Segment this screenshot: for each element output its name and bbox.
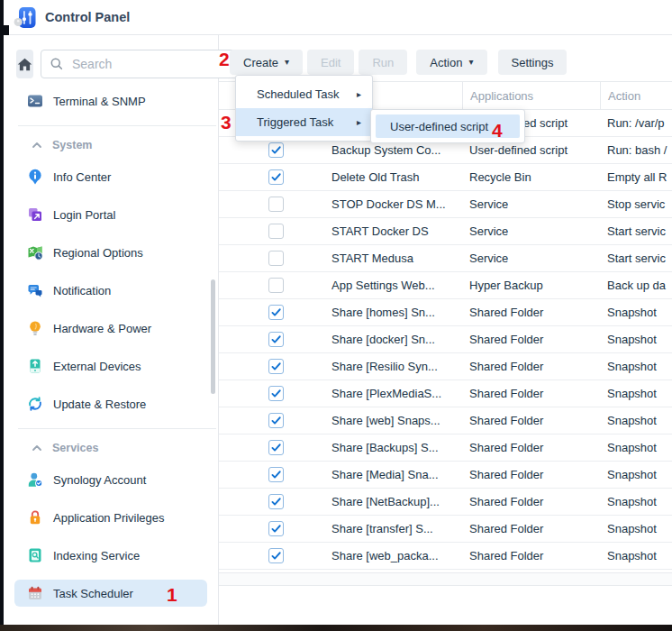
table-row[interactable]: START Docker DSServiceStart servic [219,218,672,245]
action-cell: Snapshot [600,495,672,508]
sidebar-item-hardware-power[interactable]: Hardware & Power [14,315,207,342]
application-cell: Shared Folder [462,414,600,427]
row-checkbox[interactable] [268,494,284,509]
row-checkbox[interactable] [268,440,284,455]
sidebar-section-label: Services [52,442,98,454]
row-checkbox[interactable] [268,359,284,374]
task-name-cell: Share [transfer] S... [331,522,462,535]
menu-item-scheduled-task[interactable]: Scheduled Task▸ [236,80,372,108]
home-button[interactable] [16,50,33,78]
task-name-cell: Share [Media] Sna... [331,468,462,481]
sidebar-item-login-portal[interactable]: Login Portal [14,201,207,228]
row-checkbox[interactable] [268,278,284,293]
caret-down-icon: ▾ [468,58,473,67]
application-cell: Shared Folder [462,333,600,346]
table-row[interactable]: Share [Resilio Syn...Shared FolderSnapsh… [219,353,672,380]
action-cell: Snapshot [600,441,672,454]
home-icon [16,56,33,73]
control-panel-icon [13,5,37,30]
task-scheduler-icon [27,585,43,601]
table-row[interactable]: Share [transfer] S...Shared FolderSnapsh… [219,516,672,543]
application-cell: Shared Folder [462,306,600,319]
row-checkbox[interactable] [268,142,284,158]
sidebar-item-info-center[interactable]: Info Center [14,163,207,190]
sidebar-scrollbar[interactable] [211,279,215,394]
main-panel: Create▾EditRunAction▾Settings Applicatio… [219,35,672,626]
notification-icon [27,282,43,298]
login-portal-icon [27,206,43,223]
table-row[interactable]: Share [Backups] S...Shared FolderSnapsho… [219,434,672,462]
row-checkbox[interactable] [268,224,284,239]
sidebar-item-update-restore[interactable]: Update & Restore [14,390,207,417]
table-row[interactable]: Share [NetBackup]...Shared FolderSnapsho… [219,489,672,516]
action-cell: Snapshot [600,414,672,427]
row-checkbox[interactable] [268,251,284,266]
checkbox-cell [219,440,331,455]
task-table: Applications Action User-defined scriptR… [219,81,672,570]
row-checkbox[interactable] [268,467,284,482]
sidebar-section-services[interactable]: Services [14,442,207,454]
table-row[interactable]: App Settings Web...Hyper BackupBack up d… [219,272,672,299]
table-row[interactable]: START MedusaServiceStart servic [219,245,672,272]
table-row[interactable]: Share [web_packa...Shared FolderSnapshot [219,543,672,570]
checkbox-cell [219,251,331,266]
button-label: Run [372,56,394,69]
sidebar-item-regional-options[interactable]: Regional Options [14,239,207,266]
sidebar-item-application-privileges[interactable]: Application Privileges [14,504,207,531]
row-checkbox[interactable] [268,521,284,536]
action-cell: Back up da [600,279,672,292]
task-name-cell: STOP Docker DS M... [331,197,462,211]
table-row[interactable]: Share [PlexMediaS...Shared FolderSnapsho… [219,380,672,407]
menu-item-label: User-defined script [390,120,488,133]
sidebar-item-label: Update & Restore [53,398,146,411]
button-label: Action [430,56,462,69]
task-name-cell: Delete Old Trash [331,170,462,184]
sidebar-item-external-devices[interactable]: External Devices [14,352,207,380]
sidebar-item-notification[interactable]: Notification [14,277,207,304]
table-row[interactable]: Share [web] Snaps...Shared FolderSnapsho… [219,407,672,434]
application-privileges-icon [27,509,43,526]
hardware-power-icon [27,320,43,336]
submenu-arrow-icon: ▸ [357,117,361,127]
sidebar-item-task-scheduler[interactable]: Task Scheduler [14,580,207,607]
external-devices-icon [27,358,43,374]
table-body: User-defined scriptRun: /var/pBackup Sys… [219,110,672,570]
action-cell: Snapshot [600,306,672,319]
sidebar-item-indexing-service[interactable]: Indexing Service [14,542,207,569]
table-row[interactable]: STOP Docker DS M...ServiceStop servic [219,191,672,218]
toolbar: Create▾EditRunAction▾Settings [219,35,672,75]
sidebar-item-label: Indexing Service [53,549,140,562]
checkbox-cell [219,413,331,428]
row-checkbox[interactable] [268,197,284,212]
checkbox-cell [219,386,331,401]
search-box[interactable] [41,50,245,78]
table-row[interactable]: Share [Media] Sna...Shared FolderSnapsho… [219,462,672,489]
action-cell: Snapshot [600,387,672,400]
row-checkbox[interactable] [268,413,284,428]
menu-item-triggered-task[interactable]: Triggered Task▸ [236,108,372,136]
row-checkbox[interactable] [268,332,284,347]
action-cell: Snapshot [600,468,672,481]
annotation-3: 3 [221,113,232,132]
table-row[interactable]: Share [homes] Sn...Shared FolderSnapshot [219,299,672,326]
action-button[interactable]: Action▾ [416,50,486,75]
settings-button[interactable]: Settings [498,50,568,75]
sidebar-item-label: Notification [53,284,111,297]
header-applications[interactable]: Applications [462,82,600,109]
row-checkbox[interactable] [268,305,284,320]
sidebar-item-terminal-snmp[interactable]: Terminal & SNMP [14,87,207,114]
header-action[interactable]: Action [600,82,672,109]
row-checkbox[interactable] [268,548,284,563]
sidebar-item-label: Application Privileges [53,511,165,525]
sidebar-item-synology-account[interactable]: Synology Account [14,466,207,493]
row-checkbox[interactable] [268,169,284,185]
action-cell: Snapshot [600,360,672,373]
table-row[interactable]: Share [docker] Sn...Shared FolderSnapsho… [219,326,672,353]
sidebar-section-system[interactable]: System [14,139,207,151]
sidebar-divider [18,125,216,126]
search-input[interactable] [70,56,237,72]
row-checkbox[interactable] [268,386,284,401]
application-cell: Shared Folder [462,549,600,562]
table-row[interactable]: Delete Old TrashRecycle BinEmpty all R [219,164,672,191]
create-button[interactable]: Create▾ [230,50,303,75]
